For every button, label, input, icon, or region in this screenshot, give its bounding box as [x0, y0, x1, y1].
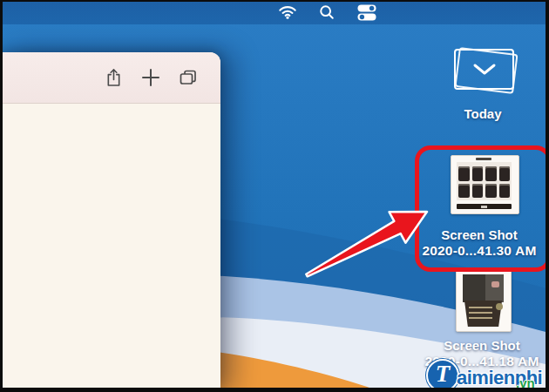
file-name-line2: 2020-0...41.18 AM	[403, 354, 549, 369]
control-center-icon[interactable]	[356, 0, 378, 24]
file-thumbnail	[463, 274, 504, 302]
window-toolbar	[0, 52, 220, 104]
chevron-down-icon	[472, 63, 497, 76]
today-stack-label: Today	[439, 106, 526, 121]
screenshot-file-1-label[interactable]: Screen Shot 2020-0...41.30 AM	[401, 227, 549, 259]
spotlight-search-icon[interactable]	[315, 0, 338, 24]
screenshot-file-1[interactable]	[451, 155, 519, 214]
tab-overview-button[interactable]	[175, 64, 201, 91]
wifi-icon[interactable]	[276, 0, 299, 24]
screenshot-file-2[interactable]	[456, 269, 512, 332]
plus-icon	[141, 68, 160, 87]
file-name-line1: Screen Shot	[403, 338, 549, 354]
screenshot-file-2-label[interactable]: Screen Shot 2020-0...41.18 AM	[403, 338, 549, 369]
new-tab-button[interactable]	[138, 64, 164, 91]
file-name-line2: 2020-0...41.30 AM	[401, 243, 549, 259]
file-thumbnail	[457, 162, 512, 200]
tab-overview-icon	[180, 70, 197, 86]
share-button[interactable]	[100, 64, 126, 91]
menu-bar	[0, 0, 549, 24]
app-window	[0, 52, 220, 392]
today-stack[interactable]	[454, 49, 514, 90]
desktop-screenshot: Today Screen Shot 2020-0...41.30 AM Scre…	[0, 0, 549, 392]
file-name-line1: Screen Shot	[401, 227, 549, 243]
share-icon	[105, 67, 122, 88]
window-content	[0, 104, 220, 392]
